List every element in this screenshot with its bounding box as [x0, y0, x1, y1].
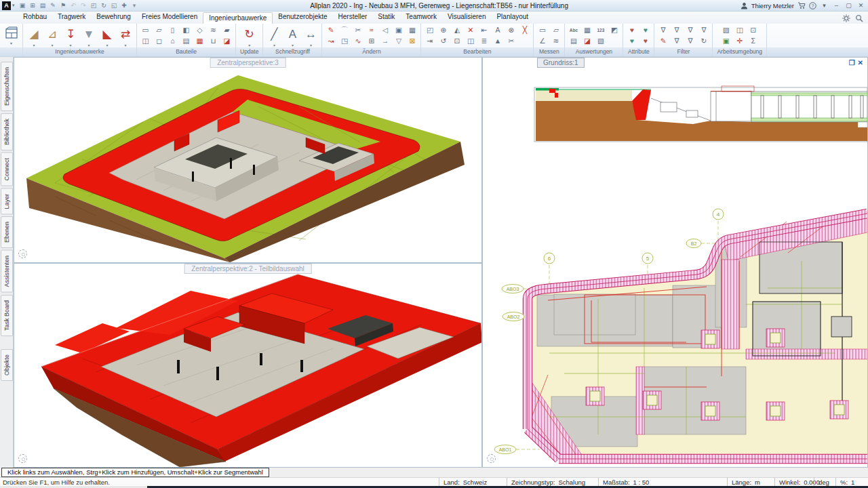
- status-field-value[interactable]: Schweiz: [463, 479, 487, 486]
- terrain-ramp-icon[interactable]: ◢: [26, 25, 42, 47]
- tab-rohbau[interactable]: Rohbau: [18, 12, 52, 24]
- status-field-value[interactable]: 1: [851, 479, 854, 486]
- viewport-close-icon[interactable]: ✕: [858, 59, 863, 67]
- tab-benutzerobjekte[interactable]: Benutzerobjekte: [273, 12, 332, 24]
- filter-architecture-icon[interactable]: ∇: [657, 25, 669, 35]
- legend-icon[interactable]: ▤: [568, 36, 579, 46]
- viewport-title-chip[interactable]: Zentralperspektive:2 - Teilbildauswahl: [184, 264, 312, 274]
- minimize-button[interactable]: –: [832, 1, 841, 10]
- save-icon[interactable]: ▤: [39, 1, 47, 10]
- measure-area-icon[interactable]: ▱: [550, 25, 561, 35]
- user-avatar-icon[interactable]: [741, 2, 748, 9]
- status-field-[interactable]: %:1: [835, 478, 868, 486]
- tab-planlayout[interactable]: Planlayout: [491, 12, 534, 24]
- adjust-wave-icon[interactable]: ∿: [352, 36, 363, 46]
- terrain-slope-icon[interactable]: ⊿: [44, 25, 60, 47]
- search-icon[interactable]: [855, 14, 863, 22]
- refresh-icon[interactable]: ↻: [100, 1, 108, 10]
- scale-icon[interactable]: ▲: [492, 36, 503, 46]
- attribute-modify-icon[interactable]: ♥: [626, 36, 637, 46]
- view-icon[interactable]: ◱: [111, 1, 118, 10]
- attribute-assign-icon[interactable]: ♥: [626, 25, 637, 35]
- sidebar-item-assistenten[interactable]: Assistenten: [1, 250, 13, 293]
- unterzug-icon[interactable]: ◻: [153, 36, 165, 46]
- swap-direction-icon[interactable]: ⇄: [117, 25, 134, 47]
- delete-icon[interactable]: ✕: [465, 25, 476, 35]
- oeffnung-icon[interactable]: ◧: [180, 25, 192, 35]
- trim-icon[interactable]: ✂: [352, 25, 363, 35]
- array-icon[interactable]: ⊞: [366, 36, 377, 46]
- filter-reset-icon[interactable]: ↻: [698, 36, 709, 46]
- status-field-land[interactable]: Land:Schweiz: [439, 478, 507, 486]
- sidebar-item-ebenen[interactable]: Ebenen: [1, 216, 13, 248]
- align-icon[interactable]: ⇤: [478, 25, 490, 35]
- status-field-value[interactable]: 1 : 50: [633, 479, 650, 486]
- viewport-navigation-icon[interactable]: [18, 249, 27, 258]
- rotate-icon[interactable]: ↺: [437, 36, 449, 46]
- sidebar-item-layer[interactable]: Layer: [1, 188, 13, 215]
- sum-icon[interactable]: Σ: [747, 36, 759, 46]
- wand-icon[interactable]: ▭: [140, 25, 151, 35]
- tab-hersteller[interactable]: Hersteller: [333, 12, 373, 24]
- report-abc-icon[interactable]: Abc: [568, 25, 579, 35]
- viewport-navigation-icon[interactable]: [487, 454, 496, 463]
- tab-freies-modellieren[interactable]: Freies Modellieren: [136, 12, 203, 24]
- clip-icon[interactable]: ◳: [338, 36, 350, 46]
- rampe-icon[interactable]: ⊔: [208, 36, 219, 46]
- fillet-icon[interactable]: ⌒: [338, 25, 350, 35]
- viewport-perspective-2[interactable]: Zentralperspektive:2 - Teilbildauswahl: [14, 263, 482, 468]
- list-icon[interactable]: ≣: [478, 36, 490, 46]
- export-report-icon[interactable]: ◪: [581, 36, 593, 46]
- fenster-icon[interactable]: ▤: [180, 36, 192, 46]
- edit-point-icon[interactable]: ✎: [325, 25, 336, 35]
- line-tool-icon[interactable]: ╱: [266, 25, 282, 47]
- text-a-icon[interactable]: A: [492, 25, 503, 35]
- filter-layer-icon[interactable]: ∇: [671, 36, 682, 46]
- filter-type-icon[interactable]: ∇: [671, 25, 682, 35]
- sidebar-item-eigenschaften[interactable]: Eigenschaften: [1, 62, 13, 111]
- move-right-icon[interactable]: ⇥: [424, 36, 435, 46]
- tab-statik[interactable]: Statik: [372, 12, 400, 24]
- measure-angle-icon[interactable]: ∠: [536, 36, 548, 46]
- balken-icon[interactable]: ▰: [221, 25, 233, 35]
- text-tool-icon[interactable]: A: [284, 25, 300, 47]
- viewport-layout-icon[interactable]: ▣: [720, 36, 732, 46]
- tab-tragwerk[interactable]: Tragwerk: [52, 12, 91, 24]
- viewport-perspective-3[interactable]: Zentralperspektive:3: [14, 57, 482, 263]
- viewport-title-chip[interactable]: Grundriss:1: [537, 58, 585, 68]
- cut-icon[interactable]: ✂: [505, 36, 517, 46]
- sidebar-item-connect[interactable]: Connect: [1, 152, 13, 186]
- mirror-icon[interactable]: ◁: [379, 25, 391, 35]
- settings-gear-icon[interactable]: [842, 14, 850, 22]
- dach-icon[interactable]: ⌂: [167, 36, 178, 46]
- pattern-icon[interactable]: ▦: [406, 25, 418, 35]
- dimension-tool-icon[interactable]: ↔: [302, 25, 319, 47]
- decke-icon[interactable]: ▱: [153, 25, 165, 35]
- stamp-icon[interactable]: ⊡: [451, 36, 462, 46]
- tab-bewehrung[interactable]: Bewehrung: [91, 12, 136, 24]
- attribute-transfer-icon[interactable]: ♥: [639, 25, 651, 35]
- help-icon[interactable]: ?: [809, 2, 816, 9]
- project-settings-icon[interactable]: ⊞: [29, 1, 37, 10]
- stretch-icon[interactable]: ↝: [325, 36, 336, 46]
- viewport-maximize-icon[interactable]: ❐: [849, 59, 855, 67]
- status-field-deg[interactable]: deg: [814, 478, 835, 486]
- anchor-icon[interactable]: ↧: [62, 25, 79, 47]
- stuetze-icon[interactable]: ◫: [140, 36, 151, 46]
- mirror-copy-icon[interactable]: ◭: [451, 25, 462, 35]
- filter-down-icon[interactable]: ∇: [684, 25, 696, 35]
- filter-assistant-icon[interactable]: ∇: [684, 36, 696, 46]
- sidebar-item-bibliothek[interactable]: Bibliothek: [1, 113, 13, 150]
- insert-icon[interactable]: ⊕: [437, 25, 449, 35]
- replace-icon[interactable]: ▣: [393, 25, 404, 35]
- status-field-maßstab[interactable]: Maßstab:1 : 50: [598, 478, 727, 486]
- undo-icon[interactable]: ↶: [70, 1, 77, 10]
- help-caret-icon[interactable]: ▾: [820, 1, 829, 10]
- tab-ingenieurbauwerke[interactable]: Ingenieurbauwerke: [203, 12, 273, 24]
- grundriss-scene[interactable]: 6 5 4 B2 ABO3 ABO2 ABO1: [483, 58, 867, 467]
- explode-icon[interactable]: ⊗: [505, 25, 517, 35]
- shop-cart-icon[interactable]: [797, 2, 806, 9]
- perspective-2-scene[interactable]: [14, 264, 481, 467]
- treppe-icon[interactable]: ≋: [208, 25, 219, 35]
- window-icon[interactable]: ◰: [90, 1, 98, 10]
